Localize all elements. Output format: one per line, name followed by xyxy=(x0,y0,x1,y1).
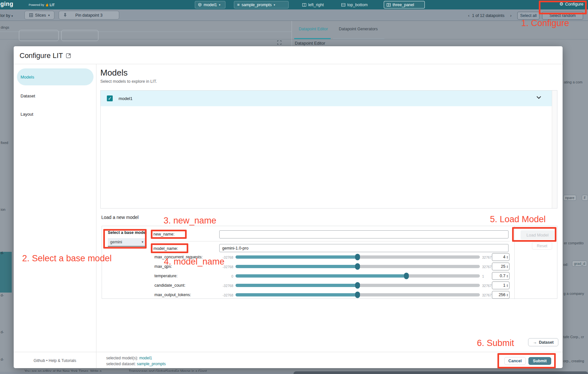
github-link[interactable]: Github xyxy=(34,358,45,363)
selected-dataset-line: selected dataset: sample_prompts xyxy=(106,362,166,366)
gear-icon: ⚙ xyxy=(559,1,564,7)
datapoint-toolbar: lor by ▾ Slices ▾ Pin datapoint 3 ‹ 1 of… xyxy=(0,9,588,21)
right-fragment-button[interactable]: npare xyxy=(563,195,576,201)
slider-row-max-concurrent-requests: max_concurrent_requests: -32768 32767 4 … xyxy=(154,253,519,261)
right-fragment: od: xyxy=(563,263,568,266)
slices-button[interactable]: Slices ▾ xyxy=(24,11,54,20)
selected-model-line: selected model(s): model1 xyxy=(106,356,152,360)
pin-datapoint-button[interactable]: Pin datapoint 3 xyxy=(59,11,119,20)
new-name-input[interactable] xyxy=(219,230,509,238)
model-cube-icon xyxy=(198,3,202,7)
slider-row-candidate-count: candidate_count: -32768 32767 1 ▴▾ xyxy=(154,281,519,289)
load-model-form: Select a base model gemini ▼ new_name: m… xyxy=(102,226,557,299)
selected-dataset-link[interactable]: sample_prompts xyxy=(137,362,166,366)
tab-datapoint-editor[interactable]: Datapoint Editor xyxy=(299,27,328,31)
layout-button-left-right[interactable]: left_right xyxy=(300,1,336,8)
external-link-icon[interactable] xyxy=(66,53,71,58)
configure-label: Configure xyxy=(565,2,583,7)
slider-knob[interactable] xyxy=(355,263,360,270)
powered-by-label: Powered by xyxy=(29,3,44,7)
slider-track[interactable] xyxy=(236,274,480,278)
datapoint-pagination: 1 of 12 datapoints xyxy=(472,13,504,18)
left-fragment: d- xyxy=(1,293,4,297)
model-row-model1[interactable]: ✓ model1 xyxy=(101,91,552,106)
pin-icon xyxy=(64,13,67,17)
spinner-arrows-icon[interactable]: ▴▾ xyxy=(507,265,508,268)
number-input[interactable]: 1 ▴▾ xyxy=(492,281,509,289)
slider-knob[interactable] xyxy=(355,254,360,260)
reset-button[interactable]: Reset xyxy=(532,242,552,250)
model-checkbox[interactable]: ✓ xyxy=(107,95,113,101)
dropdown-arrow-icon: ▼ xyxy=(141,240,144,244)
chevron-down-icon[interactable] xyxy=(537,96,541,99)
configure-button[interactable]: ⚙ Configure xyxy=(559,1,583,7)
caret-down-icon: ▾ xyxy=(11,14,13,18)
slider-knob[interactable] xyxy=(355,282,360,289)
selected-model-link[interactable]: model1 xyxy=(139,356,152,360)
load-new-model-heading: Load a new model xyxy=(101,215,138,220)
number-input[interactable]: 0.7 ▴▾ xyxy=(492,272,509,280)
slider-track[interactable] xyxy=(236,255,480,259)
sidebar-item-layout[interactable]: Layout xyxy=(21,112,33,117)
dialog-title: Configure LIT xyxy=(20,51,71,60)
configure-lit-dialog: Configure LIT Models Dataset Layout Mode… xyxy=(14,46,563,368)
slider-row-max-qps: max_qps: -32768 32767 25 ▴▾ xyxy=(154,263,519,270)
spinner-arrows-icon[interactable]: ▴▾ xyxy=(507,274,508,278)
select-random-button[interactable]: Select random xyxy=(542,12,583,20)
number-input[interactable]: 4 ▴▾ xyxy=(492,253,509,261)
base-model-label: Select a base model xyxy=(108,230,147,235)
spinner-arrows-icon[interactable]: ▴▾ xyxy=(507,255,508,259)
dataset-selector-button[interactable]: ≡ sample_prompts ▾ xyxy=(234,1,289,8)
sidebar-item-models[interactable]: Models xyxy=(17,68,93,85)
models-list-scrollbar[interactable] xyxy=(552,91,557,208)
sidebar-item-dataset[interactable]: Dataset xyxy=(21,94,35,98)
model-name-input[interactable] xyxy=(219,244,509,252)
select-all-button[interactable]: Select all xyxy=(517,12,539,20)
spinner-arrows-icon[interactable]: ▴▾ xyxy=(507,284,508,287)
slider-row-max-output-tokens: max_output_tokens: -32768 32767 256 ▴▾ xyxy=(154,291,519,299)
model-row-label: model1 xyxy=(119,96,133,101)
left-fragment: d- xyxy=(1,357,4,361)
slider-track[interactable] xyxy=(236,293,480,296)
cancel-button[interactable]: Cancel xyxy=(504,357,526,365)
slider-row-temperature: temperature: 0 1 0.7 ▴▾ xyxy=(154,272,519,280)
next-datapoint-button[interactable]: › xyxy=(510,13,511,18)
models-subtitle: Select models to explore in LIT. xyxy=(100,79,157,84)
right-fragment: tafe Corp., cr xyxy=(563,335,584,339)
slider-knob[interactable] xyxy=(404,273,409,279)
caret-down-icon: ▾ xyxy=(48,14,50,17)
prev-datapoint-button[interactable]: ‹ xyxy=(468,13,469,18)
lit-label: LIT xyxy=(50,3,55,7)
layout-button-top-bottom[interactable]: top_bottom xyxy=(339,1,380,8)
help-tutorials-link[interactable]: Help & Tutorials xyxy=(49,358,76,363)
expand-icon[interactable] xyxy=(277,40,281,45)
right-fragment: orp., creating xyxy=(563,359,584,363)
background-chip xyxy=(61,30,98,41)
models-list: ✓ model1 xyxy=(100,90,557,209)
right-fragment-button[interactable]: grad_d xyxy=(572,261,587,266)
footer-links: Github • Help & Tutorials xyxy=(14,358,96,363)
flame-icon xyxy=(46,3,49,7)
pin-datapoint-label: Pin datapoint 3 xyxy=(75,13,102,18)
load-model-button[interactable]: Load Model xyxy=(521,230,554,239)
slider-track[interactable] xyxy=(236,284,480,287)
dataset-shortcut-button[interactable]: → Dataset xyxy=(528,338,558,346)
right-fragment: er competito xyxy=(564,241,584,245)
spinner-arrows-icon[interactable]: ▴▾ xyxy=(507,293,508,296)
bottom-panel-edge xyxy=(294,371,588,374)
list-icon: ≡ xyxy=(237,2,240,7)
number-input[interactable]: 256 ▴▾ xyxy=(492,291,509,299)
layout-button-three-panel[interactable]: three_panel xyxy=(384,1,425,8)
slider-knob[interactable] xyxy=(355,292,360,298)
slider-track[interactable] xyxy=(236,265,480,268)
submit-button[interactable]: Submit xyxy=(528,357,551,365)
model-selector-button[interactable]: model1 ▾ xyxy=(195,1,225,8)
color-by-dropdown[interactable]: lor by ▾ xyxy=(0,13,13,18)
base-model-select[interactable]: gemini ▼ xyxy=(108,238,146,247)
tab-datapoint-generators[interactable]: Datapoint Generators xyxy=(339,27,378,31)
slices-label: Slices xyxy=(35,13,46,18)
number-input[interactable]: 25 ▴▾ xyxy=(492,263,509,270)
panel-title: Datapoint Editor xyxy=(295,41,325,46)
new-name-label: new_name: xyxy=(153,232,175,237)
right-fragment-button[interactable]: F xyxy=(582,195,588,201)
